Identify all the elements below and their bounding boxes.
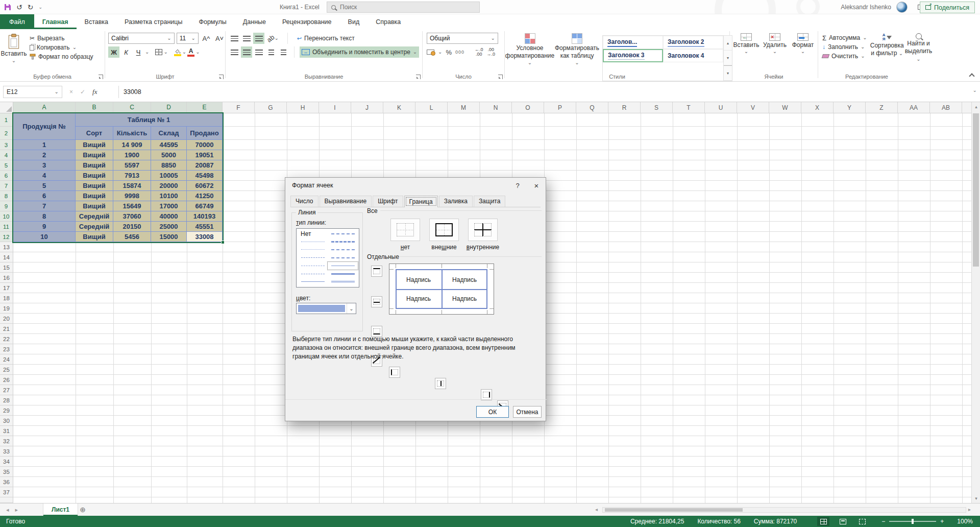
column-header-Y[interactable]: Y [834, 102, 866, 113]
clipboard-dialog-launcher-icon[interactable] [99, 75, 103, 79]
table-cell[interactable]: Вищий [76, 140, 113, 150]
name-box[interactable]: E12 ⌄ [3, 86, 62, 98]
table-cell[interactable]: Вищий [76, 150, 113, 160]
fill-handle[interactable] [221, 241, 225, 244]
row-header-12[interactable]: 12 [0, 232, 13, 242]
line-style-thin[interactable] [298, 278, 328, 285]
ribbon-tab-Формулы[interactable]: Формулы [190, 14, 234, 29]
column-header-T[interactable]: T [673, 102, 705, 113]
line-style-dashdot[interactable] [298, 254, 328, 261]
row-header-26[interactable]: 26 [0, 375, 13, 385]
next-sheet-icon[interactable]: ▸ [15, 507, 18, 513]
line-style-thin-sel[interactable] [328, 262, 358, 270]
fill-button[interactable]: ↓ Заполнить ⌄ [820, 42, 869, 52]
zoom-in-icon[interactable]: + [940, 518, 944, 525]
column-header-X[interactable]: X [801, 102, 834, 113]
decrease-indent-button[interactable] [265, 46, 277, 58]
paste-dropdown-icon[interactable]: ⌄ [12, 58, 16, 63]
line-style-dash[interactable] [298, 270, 328, 278]
name-box-dropdown-icon[interactable]: ⌄ [55, 89, 59, 94]
line-color-dropdown-icon[interactable]: ⌄ [347, 303, 356, 314]
grid-row-34[interactable] [13, 457, 971, 467]
table-cell[interactable]: 1 [13, 140, 76, 150]
column-header-H[interactable]: H [287, 102, 319, 113]
table-cell[interactable]: 20000 [151, 181, 187, 191]
column-header-A[interactable]: A [13, 102, 76, 113]
insert-function-icon[interactable]: fx [92, 88, 97, 96]
table-cell[interactable]: 9 [13, 222, 76, 232]
column-header-S[interactable]: S [641, 102, 673, 113]
normal-view-button[interactable] [817, 517, 829, 526]
table-cell[interactable]: 8 [13, 211, 76, 222]
line-style-none[interactable]: Нет [298, 230, 328, 237]
table-cell[interactable]: 15649 [113, 201, 151, 211]
merge-dropdown-icon[interactable]: ⌄ [413, 50, 417, 55]
accounting-format-icon[interactable] [427, 50, 434, 55]
table-cell[interactable]: 41250 [187, 191, 223, 201]
vertical-scrollbar[interactable]: ▴ ▾ [971, 102, 980, 503]
border-right-button[interactable] [481, 389, 492, 400]
font-color-button[interactable]: А [187, 48, 194, 57]
font-color-dropdown-icon[interactable]: ⌄ [195, 50, 200, 55]
vertical-scroll-thumb[interactable] [973, 113, 979, 267]
row-header-30[interactable]: 30 [0, 416, 13, 426]
zoom-slider-thumb[interactable] [912, 519, 914, 524]
zoom-out-icon[interactable]: − [881, 518, 885, 525]
merge-center-button[interactable]: ↔ Объединить и поместить в центре ⌄ [300, 46, 419, 58]
column-header-L[interactable]: L [415, 102, 448, 113]
row-header-3[interactable]: 3 [0, 140, 13, 150]
table-cell[interactable]: 15874 [113, 181, 151, 191]
bold-button[interactable]: Ж [108, 46, 119, 58]
page-break-view-button[interactable] [856, 517, 868, 526]
delete-dropdown-icon[interactable]: ⌄ [773, 49, 777, 54]
dialog-tab-Защита[interactable]: Защита [474, 196, 506, 207]
preset-border-none[interactable]: нет [389, 219, 422, 251]
row-header-37[interactable]: 37 [0, 487, 13, 497]
formula-input[interactable]: 33008 [124, 86, 141, 98]
table-cell[interactable]: 9998 [113, 191, 151, 201]
row-header-4[interactable]: 4 [0, 150, 13, 160]
row-header-33[interactable]: 33 [0, 446, 13, 457]
column-header-D[interactable]: D [151, 102, 187, 113]
copy-dropdown-icon[interactable]: ⌄ [72, 45, 77, 50]
orientation-button[interactable]: ab⌄ [265, 33, 280, 44]
borders-icon[interactable] [155, 49, 162, 55]
table-cell[interactable]: Вищий [76, 201, 113, 211]
ribbon-tab-Файл[interactable]: Файл [0, 14, 34, 29]
line-style-dashdotdot[interactable] [298, 262, 328, 270]
align-right-button[interactable] [253, 46, 264, 58]
table-cell[interactable]: 37060 [113, 211, 151, 222]
save-icon[interactable] [4, 4, 11, 11]
search-box[interactable]: Поиск [327, 2, 480, 13]
dialog-tab-Выравнивание[interactable]: Выравнивание [320, 196, 372, 207]
table-cell[interactable]: 5000 [151, 150, 187, 160]
row-header-9[interactable]: 9 [0, 201, 13, 211]
table-cell[interactable]: 1900 [113, 150, 151, 160]
user-area[interactable]: Aleksandr Ishenko [841, 0, 929, 14]
table-header-Сорт[interactable]: Сорт [76, 127, 113, 140]
table-cell[interactable]: 60672 [187, 181, 223, 191]
table-cell[interactable]: Середній [76, 211, 113, 222]
border-outline-button[interactable] [429, 219, 459, 241]
style-item-Заголовок 3[interactable]: Заголовок 3 [603, 49, 663, 62]
table-cell[interactable]: Вищий [76, 181, 113, 191]
table-cell[interactable]: 20150 [113, 222, 151, 232]
ok-button[interactable]: ОК [476, 406, 509, 418]
active-cell-E12[interactable]: 33008 [187, 232, 223, 242]
format-painter-button[interactable]: Формат по образцу [28, 52, 95, 61]
row-header-13[interactable]: 13 [0, 242, 13, 252]
copy-button[interactable]: Копировать ⌄ [28, 43, 95, 52]
sheet-tab-list1[interactable]: Лист1 [43, 504, 78, 516]
column-header-F[interactable]: F [223, 102, 255, 113]
table-cell[interactable]: Середній [76, 222, 113, 232]
row-header-23[interactable]: 23 [0, 344, 13, 354]
border-top-button[interactable] [371, 266, 382, 277]
align-center-button[interactable] [241, 46, 252, 58]
grid-row-35[interactable] [13, 467, 971, 477]
ribbon-tab-Главная[interactable]: Главная [34, 14, 77, 29]
column-header-G[interactable]: G [255, 102, 287, 113]
redo-icon[interactable]: ↻ [28, 3, 34, 11]
table-header-Кількість[interactable]: Кількість [113, 127, 151, 140]
table-cell[interactable]: 5 [13, 181, 76, 191]
grid-row-33[interactable] [13, 446, 971, 457]
